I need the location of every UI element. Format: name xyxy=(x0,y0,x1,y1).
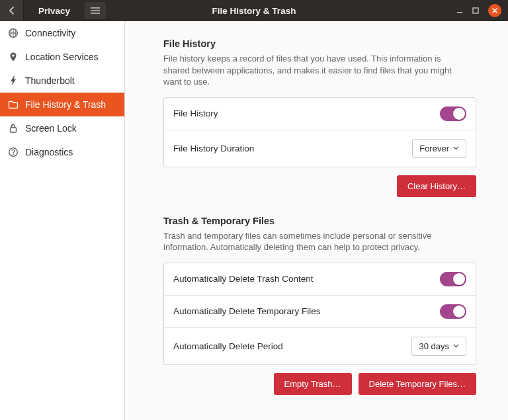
trash-section-title: Trash & Temporary Files xyxy=(163,216,476,226)
hamburger-icon xyxy=(91,7,100,14)
trash-section-desc: Trash and temporary files can sometimes … xyxy=(163,230,468,253)
file-history-section-title: File History xyxy=(163,38,476,49)
titlebar: Privacy File History & Trash xyxy=(0,0,508,21)
delete-temp-toggle[interactable] xyxy=(440,304,466,319)
sidebar-item-thunderbolt[interactable]: Thunderbolt xyxy=(0,69,124,93)
back-button[interactable] xyxy=(0,0,24,21)
file-history-card: File History File History Duration Forev… xyxy=(163,97,476,167)
window-controls xyxy=(456,4,508,17)
svg-point-5 xyxy=(13,154,14,155)
delete-period-dropdown[interactable]: 30 days xyxy=(411,337,466,356)
delete-trash-label: Automatically Delete Trash Content xyxy=(173,274,314,284)
dropdown-value: 30 days xyxy=(419,341,449,351)
file-history-section-desc: File history keeps a record of files tha… xyxy=(163,53,468,88)
chevron-down-icon xyxy=(453,146,459,150)
lock-icon xyxy=(8,123,19,134)
sidebar-item-label: File History & Trash xyxy=(25,99,106,110)
svg-rect-3 xyxy=(11,128,17,132)
chevron-down-icon xyxy=(453,344,459,348)
sidebar-item-file-history-trash[interactable]: File History & Trash xyxy=(0,93,124,116)
file-history-toggle[interactable] xyxy=(440,106,466,121)
delete-temp-files-button[interactable]: Delete Temporary Files… xyxy=(359,373,476,395)
sidebar-item-label: Connectivity xyxy=(25,28,75,38)
content-pane: File History File history keeps a record… xyxy=(125,21,508,420)
titlebar-title-left: Privacy xyxy=(38,6,70,16)
menu-button[interactable] xyxy=(85,2,106,19)
svg-point-2 xyxy=(12,54,15,57)
close-icon xyxy=(491,7,498,14)
file-history-toggle-row: File History xyxy=(164,98,476,130)
svg-rect-0 xyxy=(473,8,478,13)
file-history-toggle-label: File History xyxy=(173,108,218,118)
dropdown-value: Forever xyxy=(419,144,449,153)
sidebar-item-location[interactable]: Location Services xyxy=(0,45,124,69)
titlebar-title-center: File History & Trash xyxy=(212,6,296,16)
file-history-duration-label: File History Duration xyxy=(173,144,254,153)
globe-icon xyxy=(8,28,19,38)
file-history-buttons: Clear History… xyxy=(163,175,476,197)
thunderbolt-icon xyxy=(8,75,19,86)
chevron-left-icon xyxy=(9,7,15,15)
trash-card: Automatically Delete Trash Content Autom… xyxy=(163,263,476,365)
sidebar-item-diagnostics[interactable]: Diagnostics xyxy=(0,140,124,164)
delete-temp-row: Automatically Delete Temporary Files xyxy=(164,295,476,327)
close-button[interactable] xyxy=(488,4,501,17)
clear-history-button[interactable]: Clear History… xyxy=(397,175,476,197)
trash-buttons: Empty Trash… Delete Temporary Files… xyxy=(163,373,476,395)
sidebar-item-label: Thunderbolt xyxy=(25,75,75,86)
file-history-duration-dropdown[interactable]: Forever xyxy=(412,139,466,158)
file-history-duration-row: File History Duration Forever xyxy=(164,130,476,167)
location-pin-icon xyxy=(8,52,19,62)
sidebar-item-label: Location Services xyxy=(25,52,99,62)
maximize-icon xyxy=(472,7,479,14)
delete-trash-toggle[interactable] xyxy=(440,272,466,286)
delete-temp-label: Automatically Delete Temporary Files xyxy=(173,306,321,316)
sidebar-item-label: Diagnostics xyxy=(25,147,73,157)
maximize-button[interactable] xyxy=(472,7,479,14)
sidebar-item-screen-lock[interactable]: Screen Lock xyxy=(0,116,124,140)
delete-period-row: Automatically Delete Period 30 days xyxy=(164,327,476,364)
folder-icon xyxy=(8,99,19,110)
delete-trash-row: Automatically Delete Trash Content xyxy=(164,263,476,295)
delete-period-label: Automatically Delete Period xyxy=(173,341,283,351)
minimize-icon xyxy=(456,7,463,14)
sidebar-item-label: Screen Lock xyxy=(25,123,77,134)
minimize-button[interactable] xyxy=(456,7,463,14)
sidebar: Connectivity Location Services Thunderbo… xyxy=(0,21,125,420)
question-circle-icon xyxy=(8,147,19,157)
sidebar-item-connectivity[interactable]: Connectivity xyxy=(0,21,124,45)
empty-trash-button[interactable]: Empty Trash… xyxy=(274,373,352,395)
